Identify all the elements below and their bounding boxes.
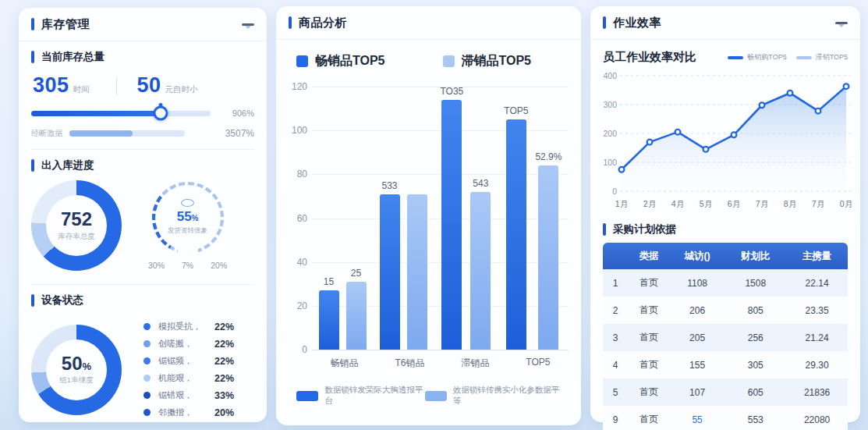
slider-value-label: 906% xyxy=(220,108,254,118)
line-chart: 0100200300400 1月2月4月5月6月7月8月7月0月 xyxy=(598,68,854,219)
bar[interactable] xyxy=(407,194,427,350)
panel-work-header: 作业效率 xyxy=(590,6,860,40)
slider-handle[interactable] xyxy=(153,106,168,121)
bar-group: TO35 543 xyxy=(441,86,491,350)
device-legend-item[interactable]: 模拟受抗， 22% xyxy=(143,321,254,332)
device-legend-item[interactable]: 邻擞揩， 20% xyxy=(143,407,254,418)
bar[interactable] xyxy=(441,100,462,350)
table-row: 4首页15530529.30 xyxy=(603,351,848,378)
bar[interactable] xyxy=(470,192,491,350)
legend-label: 畅销购TOP5 xyxy=(747,52,786,62)
slider-fill xyxy=(31,111,161,116)
legend-swatch xyxy=(443,55,455,67)
column-header: 类据 xyxy=(628,243,670,269)
svg-text:6月: 6月 xyxy=(728,199,740,208)
legend-item-slowmovers[interactable]: 滞销品TOP5 xyxy=(443,53,532,69)
legend-swatch xyxy=(296,391,318,401)
legend-value: 33% xyxy=(214,390,234,401)
table-row: 2首页20680523.35 xyxy=(603,297,848,324)
table-cell: 55 xyxy=(670,406,725,430)
accent-bar xyxy=(31,51,34,63)
bar[interactable] xyxy=(380,194,400,350)
metric-stock-alt: 50 元自时小 xyxy=(137,73,198,98)
bar-chart-legend: 畅销品TOP5 滞销品TOP5 xyxy=(276,40,581,71)
y-axis-tick: 40 xyxy=(287,257,307,268)
svg-text:7月: 7月 xyxy=(812,199,824,208)
device-legend-item[interactable]: 机能艰， 22% xyxy=(143,372,254,384)
vertical-divider xyxy=(116,76,117,95)
panel-title: 库存管理 xyxy=(41,17,90,32)
svg-text:400: 400 xyxy=(603,71,617,80)
sub-progress-row: 经断激据 3507% xyxy=(31,128,254,139)
bar-value-label: 533 xyxy=(381,180,397,191)
bar-column[interactable]: TOP5 xyxy=(504,105,528,350)
line-chart-title: 员工作业效率对比 xyxy=(603,50,696,65)
legend-swatch xyxy=(296,55,308,67)
accent-bar xyxy=(289,16,292,29)
accent-bar xyxy=(603,223,606,236)
x-axis-label: 滞销品 xyxy=(461,357,489,370)
svg-text:8月: 8月 xyxy=(784,199,796,208)
bar-column[interactable] xyxy=(407,194,427,350)
device-legend-item[interactable]: 创嗟搬， 22% xyxy=(143,338,254,350)
divider xyxy=(31,149,254,150)
bar-group: 15 25 xyxy=(319,268,367,350)
slider-track[interactable] xyxy=(31,111,211,116)
legend-value: 20% xyxy=(214,407,234,418)
table-cell: 首页 xyxy=(628,351,670,378)
table-cell: 206 xyxy=(670,297,725,324)
bar-column[interactable]: 15 xyxy=(319,276,339,350)
table-cell: 605 xyxy=(725,378,786,406)
table-row: 5首页10760521836 xyxy=(603,378,848,406)
legend-label: 锯错艰， xyxy=(158,389,214,401)
bar-column[interactable]: 543 xyxy=(470,178,491,350)
svg-text:5月: 5月 xyxy=(700,199,712,208)
bar[interactable] xyxy=(319,290,339,350)
column-header: 主携量 xyxy=(786,243,848,269)
bar-column[interactable]: TO35 xyxy=(441,86,464,350)
section-title-current-stock: 当前库存总量 xyxy=(41,50,105,64)
table-cell: 21.24 xyxy=(786,324,848,351)
bar[interactable] xyxy=(506,119,526,350)
svg-text:4月: 4月 xyxy=(671,199,684,208)
device-legend-item[interactable]: 锯错艰， 33% xyxy=(143,389,254,401)
accent-bar xyxy=(31,294,34,307)
y-axis-tick: 120 xyxy=(287,81,307,92)
table-cell: 553 xyxy=(725,406,786,430)
table-cell: 1108 xyxy=(670,269,725,297)
table-cell: 1508 xyxy=(725,269,786,297)
table-row: 9首页5555322080 xyxy=(603,406,848,430)
legend-item-series2[interactable]: 滞销TOP5 xyxy=(796,52,848,62)
table-header: 类据城访()财划比主携量 xyxy=(603,243,848,269)
column-header xyxy=(603,243,628,269)
svg-text:7月: 7月 xyxy=(756,199,768,208)
sub-progress-fill xyxy=(69,130,133,137)
bar-column[interactable]: 533 xyxy=(380,180,400,350)
gauge-label: 发货资转倍象 xyxy=(168,226,207,236)
legend-label: 滞销TOP5 xyxy=(816,52,848,62)
legend-item-bestsellers[interactable]: 畅销品TOP5 xyxy=(296,53,385,69)
dispatch-gauge: 55% 发货资转倍象 30% 7% 20% xyxy=(148,182,227,270)
bar-column[interactable]: 25 xyxy=(346,268,367,350)
y-axis-tick: 20 xyxy=(287,300,307,311)
bottom-legend-item-2[interactable]: 效据锁锌传携实小化参数据平等 xyxy=(425,385,561,407)
table-cell: 首页 xyxy=(628,406,670,430)
bar[interactable] xyxy=(346,282,367,350)
legend-item-series1[interactable]: 畅销购TOP5 xyxy=(728,52,786,62)
sub-progress-value: 3507% xyxy=(225,128,254,139)
device-legend-item[interactable]: 锯锯频， 22% xyxy=(143,355,254,367)
legend-value: 22% xyxy=(214,373,234,384)
accent-bar xyxy=(31,159,34,172)
gauge-value: 55 xyxy=(177,209,192,224)
bar-column[interactable]: 52.9% xyxy=(535,151,562,350)
bottom-legend-item-1[interactable]: 数据锁锌发荣际大胸透报平台 xyxy=(296,385,425,407)
table-cell: 4 xyxy=(603,351,628,378)
bar[interactable] xyxy=(538,165,558,350)
legend-dot xyxy=(143,409,151,416)
legend-dot xyxy=(143,357,151,364)
collapse-icon[interactable] xyxy=(242,23,254,26)
collapse-icon[interactable] xyxy=(835,22,848,24)
bar-value-label: 543 xyxy=(473,178,488,189)
donut-label: 库存率总度 xyxy=(58,232,95,242)
metric-value: 50 xyxy=(137,73,161,98)
